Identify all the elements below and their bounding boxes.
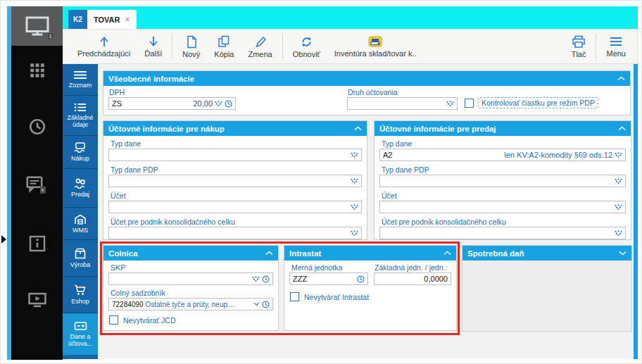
collapse-chevron-up-icon[interactable] [443,251,451,256]
copy-icon [218,35,230,49]
nav-item-wms[interactable]: WMS [63,208,98,240]
druh-uctovania-input[interactable] [347,97,458,110]
collapse-chevron-up-icon[interactable] [354,126,362,131]
desktop-switcher-button[interactable]: 1 [11,6,63,46]
nakup-typ-dane-label: Typ dane [111,139,141,148]
nav-label: Nákup [71,155,89,162]
nav-label: WMS [73,227,88,234]
merna-jednotka-input[interactable]: ZZZ [289,272,368,285]
right-accent-strip[interactable] [634,64,638,359]
change-button[interactable]: Zmena [241,30,279,63]
combo-dropdown-icon[interactable] [215,101,222,106]
predaj-typ-dane-input[interactable]: A2 len KV:A2-komodity §69 ods.12 [379,149,626,161]
panel-header-intrastat[interactable]: Intrastat [284,246,456,261]
nakup-ucet-input[interactable] [108,201,362,213]
predaj-typ-dane-pdp-input[interactable] [379,175,626,187]
collapse-chevron-up-icon[interactable] [617,76,625,81]
combo-dropdown-icon[interactable] [351,204,358,210]
nav-item-nakup[interactable]: Nákup [63,136,98,169]
arrow-down-icon [147,35,160,48]
nakup-typ-dane-input[interactable] [108,149,362,161]
next-button[interactable]: Ďalší [137,30,169,63]
chevron-down-icon[interactable] [253,302,260,306]
nav-item-dane-a-uctovanie[interactable]: Dane a účtova... [63,313,98,356]
nevytvarat-intrastat-checkbox[interactable] [290,292,299,301]
combo-dropdown-icon[interactable] [351,230,358,236]
nakup-typ-dane-pdp-input[interactable] [108,175,362,187]
nav-label: Základné údaje [63,114,97,128]
tab-close-icon[interactable]: × [125,15,130,25]
panel-header-vseobecne[interactable]: Všeobecné informácie [103,71,630,86]
nav-item-zoznam[interactable]: Zoznam [63,64,98,96]
tab-strip: K2 TOVAR × [63,6,638,29]
combo-dropdown-icon[interactable] [615,152,622,158]
sidebar-expander-handle[interactable] [1,235,6,244]
nav-item-predaj[interactable]: Predaj [63,169,98,208]
next-label: Ďalší [144,49,162,58]
nav-label: Výroba [70,261,91,268]
nevytvarat-intrastat-label[interactable]: Nevytvárať Intrastat [304,293,369,301]
copy-button[interactable]: Kópia [207,30,241,63]
previous-button[interactable]: Predchádzajúci [70,30,137,63]
dph-input[interactable]: ZS 20,00 [108,97,236,110]
bulleted-list-icon [74,103,87,112]
panel-spotrebna-dan: Spotrebná daň [462,245,632,332]
zakladna-jednotka-input[interactable]: 0,0000 [374,272,451,285]
predaj-typ-dane-pdp-label: Typ dane PDP [382,165,429,174]
combo-dropdown-icon[interactable] [615,178,622,184]
panel-header-colnica[interactable]: Colnica [103,246,278,261]
combo-dropdown-icon[interactable] [351,178,358,184]
panel-intrastat: Intrastat Merná jednotka ZZZ Základná je… [284,245,457,331]
messages-button[interactable]: x [11,175,63,194]
colny-sadzobnik-input[interactable]: 72284090 Ostatné tyče a prúty, neuprav..… [108,298,273,310]
menu-button[interactable]: Menu [599,30,633,63]
history-button[interactable] [11,118,63,136]
panel-header-nakup[interactable]: Účtovné informácie pre nákup [103,121,367,136]
monitor-count-badge: 1 [48,33,54,39]
tab-tovar[interactable]: TOVAR × [87,10,137,29]
history-clock-icon[interactable] [262,301,270,308]
refresh-button[interactable]: Obnoviť [286,30,327,63]
panel-uctovne-nakup: Účtovné informácie pre nákup Typ dane Ty… [103,120,367,240]
panel-header-spotrebna-dan[interactable]: Spotrebná daň [462,246,631,261]
combo-dropdown-icon[interactable] [615,230,622,236]
predaj-ucet-input[interactable] [379,201,626,213]
expand-chevron-down-icon[interactable] [619,251,627,256]
collapse-chevron-up-icon[interactable] [265,251,273,256]
predaj-ucet-konsolidacny-input[interactable] [379,227,626,239]
apps-grid-button[interactable] [11,63,63,78]
pdp-checkbox-label[interactable]: Kontrolovať čiastku pre režim PDP [478,97,598,108]
media-button[interactable] [11,291,63,308]
nakup-ucet-konsolidacny-input[interactable] [108,227,362,239]
combo-dropdown-icon[interactable] [615,204,622,210]
collapse-chevron-up-icon[interactable] [618,126,626,131]
shopping-cart-icon [74,284,87,296]
inventory-button[interactable]: Inventúra sklad/tovar k.. [327,30,424,63]
pdp-checkbox[interactable] [465,99,474,108]
sale-icon [74,178,87,189]
skp-input[interactable] [108,272,273,285]
toolbar-separator [172,34,172,59]
production-box-icon [74,248,87,259]
nevytvarat-jcd-checkbox[interactable] [109,315,118,325]
dph-rate-value: 20,00 [193,99,213,108]
history-clock-icon[interactable] [357,275,365,283]
nav-item-zakladne-udaje[interactable]: Základné údaje [63,96,98,136]
info-button[interactable] [11,235,63,252]
panel-header-predaj[interactable]: Účtovné informácie pre predaj [374,121,631,136]
nav-item-eshop[interactable]: Eshop [63,277,98,313]
combo-dropdown-icon[interactable] [446,101,454,106]
print-button[interactable]: Tlač [565,30,593,63]
nav-item-vyroba[interactable]: Výroba [63,240,98,277]
history-clock-icon[interactable] [225,100,232,108]
sadzobnik-description: Ostatné tyče a prúty, neuprav... [146,301,236,308]
tab-k2[interactable]: K2 [68,10,87,29]
nevytvarat-jcd-label[interactable]: Nevytvárať JCD [123,316,176,325]
combo-dropdown-icon[interactable] [351,152,358,158]
new-button[interactable]: Nový [175,30,207,63]
history-clock-icon[interactable] [262,275,270,283]
sadzobnik-code: 72284090 [112,301,144,308]
panel-title: Colnica [108,249,138,258]
panel-title: Účtovné informácie pre predaj [379,125,496,133]
combo-dropdown-icon[interactable] [252,276,260,282]
